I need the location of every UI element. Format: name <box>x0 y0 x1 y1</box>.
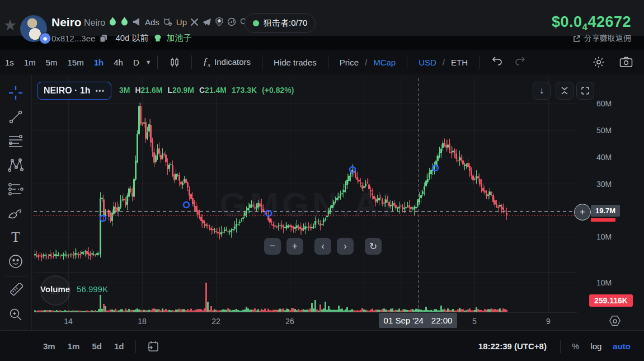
auto-scale-toggle[interactable]: auto <box>607 341 636 351</box>
eth-chain-icon: ◆ <box>39 32 51 44</box>
time-axis[interactable]: 14 18 22 26 5 9 <box>34 312 577 331</box>
timeframe-1m[interactable]: 1m <box>19 58 41 67</box>
bot-icon[interactable] <box>163 17 173 26</box>
indicators-button[interactable]: ƒx Indicators <box>198 56 256 68</box>
trading-app: ★ ◆ Neiro Neiro Ads Up 狙击者:0/70 0x812...… <box>0 0 644 361</box>
timeframe-15m[interactable]: 15m <box>63 58 89 67</box>
xabcd-pattern-tool[interactable] <box>4 154 27 175</box>
fib-retracement-tool[interactable] <box>4 130 27 151</box>
bottom-toolbar: 3m 1m 5d 1d 18:22:39 (UTC+8) % log auto <box>0 330 644 361</box>
chart-toolbar: 1s 1m 5m 15m 1h 4h D ▼ ƒx Indicators Hid… <box>0 50 644 75</box>
crosshair-tool[interactable] <box>4 82 27 103</box>
timeframe-1d[interactable]: D <box>128 58 144 67</box>
divider <box>135 340 136 353</box>
flame-icon <box>120 17 129 27</box>
trend-line-tool[interactable] <box>4 106 27 127</box>
chevron-down-icon[interactable]: ▼ <box>145 59 152 65</box>
eth-toggle[interactable]: ETH <box>451 58 468 67</box>
favorite-star-icon[interactable]: ★ <box>3 18 17 33</box>
share-icon <box>573 35 581 43</box>
zoom-out-button[interactable]: − <box>264 238 281 255</box>
x-axis-label: 14 <box>64 317 73 326</box>
pan-right-button[interactable]: › <box>337 238 354 255</box>
legend-high: 21.6M <box>141 86 163 95</box>
log-scale-toggle[interactable]: log <box>585 341 607 351</box>
maximize-pane-button[interactable] <box>576 82 594 100</box>
price-digits: 42672 <box>587 13 631 30</box>
sniper-badge[interactable]: 狙击者:0/70 <box>245 13 316 33</box>
text-tool[interactable]: T <box>4 227 27 248</box>
y-axis-label: 60M <box>596 99 612 108</box>
emoji-tool[interactable] <box>4 251 27 272</box>
chart-nav-buttons: − + ‹ › ↻ <box>264 238 387 255</box>
divider <box>262 55 262 69</box>
copy-icon[interactable] <box>100 34 107 43</box>
timeframe-5m[interactable]: 5m <box>41 58 63 67</box>
undo-button[interactable] <box>485 57 509 67</box>
volume-value: 56.999K <box>77 284 108 294</box>
divider <box>407 55 407 69</box>
zoom-in-tool[interactable] <box>4 304 27 325</box>
symbol-interval-button[interactable]: NEIRO · 1h ••• <box>37 82 111 100</box>
range-5d[interactable]: 5d <box>86 341 108 351</box>
redo-button[interactable] <box>509 57 532 67</box>
more-menu-icon[interactable]: ••• <box>96 87 105 95</box>
zoom-in-button[interactable]: + <box>286 238 303 255</box>
x-twitter-icon[interactable] <box>190 18 199 26</box>
flame-icon <box>109 17 117 27</box>
divider <box>328 55 328 69</box>
forecast-tool[interactable] <box>4 179 27 199</box>
range-3m[interactable]: 3m <box>37 341 62 351</box>
candle-style-button[interactable] <box>163 57 186 68</box>
camera-icon[interactable] <box>619 57 633 68</box>
percent-scale-toggle[interactable]: % <box>566 341 585 351</box>
divider <box>479 55 480 69</box>
crosshair-date: 01 Sep '24 <box>384 316 424 325</box>
timeframe-4h[interactable]: 4h <box>109 58 128 67</box>
crosshair-time: 22:00 <box>431 316 453 325</box>
reset-view-button[interactable]: ↻ <box>365 238 382 255</box>
slash: / <box>443 58 445 67</box>
up-label[interactable]: Up <box>176 17 187 27</box>
add-alert-button[interactable]: + <box>574 204 591 221</box>
volume-legend: Volume 56.999K <box>40 284 108 294</box>
axis-settings-hexagon-icon[interactable] <box>608 315 622 328</box>
pan-left-button[interactable]: ‹ <box>314 238 331 255</box>
divider <box>157 55 158 69</box>
go-to-date-button[interactable] <box>142 340 165 353</box>
price-volume-canvas[interactable] <box>34 78 576 312</box>
clock[interactable]: 18:22:39 (UTC+8) <box>478 341 547 351</box>
hide-trades-button[interactable]: Hide trades <box>268 58 322 67</box>
token-symbol: Neiro <box>84 18 105 28</box>
timeframe-1s[interactable]: 1s <box>0 58 19 67</box>
brush-tool[interactable] <box>4 203 27 224</box>
ohlc-legend: 3M H21.6M L20.9M C21.4M 173.3K (+0.82%) <box>119 86 294 95</box>
collapse-pane-button[interactable] <box>556 82 574 100</box>
share-referral[interactable]: 分享赚取返佣 <box>573 34 631 44</box>
contract-address[interactable]: 0x812...3ee <box>51 34 95 43</box>
timeframe-1h[interactable]: 1h <box>89 58 109 67</box>
legend-low: 20.9M <box>172 86 194 95</box>
legend-low-label: L <box>168 86 173 95</box>
gem-icon[interactable] <box>215 17 224 26</box>
ruler-tool[interactable] <box>4 280 27 301</box>
usd-toggle[interactable]: USD <box>419 58 436 67</box>
price-toggle[interactable]: Price <box>340 58 359 67</box>
legend-high-label: H <box>135 86 140 95</box>
address-row: 0x812...3ee 40d 以前 加池子 <box>51 33 192 44</box>
divider <box>4 276 27 277</box>
price-mcap-toggle[interactable]: Price / MCap <box>334 58 401 67</box>
scroll-down-button[interactable]: ↓ <box>533 82 551 100</box>
usd-eth-toggle[interactable]: USD / ETH <box>413 58 473 67</box>
mcap-toggle[interactable]: MCap <box>373 58 396 67</box>
x-axis-label: 18 <box>138 317 147 326</box>
chart-circle-icon[interactable] <box>227 17 236 26</box>
settings-gear-icon[interactable] <box>593 56 605 68</box>
add-pool-label[interactable]: 加池子 <box>167 33 192 44</box>
telegram-icon[interactable] <box>202 18 211 26</box>
ads-label[interactable]: Ads <box>145 17 159 27</box>
megaphone-icon[interactable] <box>132 17 142 26</box>
range-1d[interactable]: 1d <box>108 341 130 351</box>
divider <box>560 340 561 353</box>
range-1m[interactable]: 1m <box>62 341 86 351</box>
